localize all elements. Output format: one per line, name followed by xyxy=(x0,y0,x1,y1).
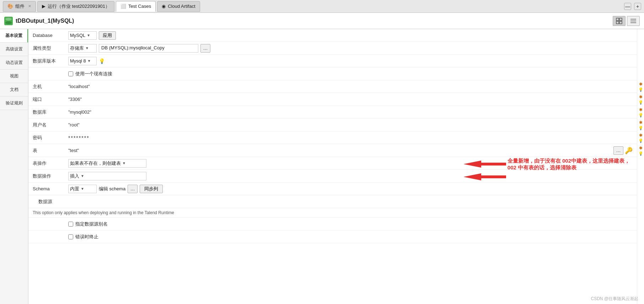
port-bulb-icon: 💡 xyxy=(638,100,643,105)
sidebar-item-validation[interactable]: 验证规则 xyxy=(0,97,28,110)
data-op-label: 数据操作 xyxy=(33,173,68,179)
credit-text: CSDN @往事随风云渐起 xyxy=(591,296,638,302)
db-version-arrow: ▼ xyxy=(87,59,91,63)
component-db-icon xyxy=(4,17,13,25)
use-existing-checkbox[interactable] xyxy=(68,71,73,76)
tab-run[interactable]: ▶ 运行（作业 test2022091901） xyxy=(37,1,114,12)
title-bar-buttons xyxy=(613,16,640,26)
table-op-select-text: 如果表不存在，则创建表 xyxy=(70,160,121,167)
sidebar-item-basic[interactable]: 基本设置 xyxy=(0,29,28,43)
password-value: ******** xyxy=(68,135,633,141)
schema-type-arrow: ▼ xyxy=(81,187,84,191)
schema-type-text: 内置 xyxy=(70,186,79,192)
run-icon: ▶ xyxy=(42,4,45,9)
close-icon[interactable]: ✕ xyxy=(28,4,31,9)
maximize-button[interactable]: + xyxy=(634,3,641,10)
datasource-alias-label: 指定数据源别名 xyxy=(75,221,108,227)
indicator-db-version xyxy=(637,55,644,67)
minimize-button[interactable]: — xyxy=(624,3,631,10)
host-text: "localhost" xyxy=(68,84,90,89)
grid-view-button[interactable] xyxy=(613,16,626,26)
right-panel: Database MySQL ▼ 应用 属性类型 存储库 xyxy=(28,29,644,304)
indicators-column: ✱ 💡 ✱ 💡 ✱ 💡 ✱ 💡 xyxy=(637,29,644,304)
table-browse-button[interactable]: … xyxy=(613,146,623,155)
attr-type-select[interactable]: 存储库 ▼ xyxy=(68,44,97,53)
content-area: 基本设置 高级设置 动态设置 视图 文档 验证规则 Datab xyxy=(0,29,644,304)
sidebar-item-docs[interactable]: 文档 xyxy=(0,83,28,97)
password-label: 密码 xyxy=(33,135,68,141)
datasource-indent: 数据源 xyxy=(33,199,68,205)
datasource-alias-value: 指定数据源别名 xyxy=(68,221,633,227)
sidebar-item-dynamic[interactable]: 动态设置 xyxy=(0,56,28,70)
host-bulb-icon: 💡 xyxy=(638,87,643,92)
table-text: "test" xyxy=(68,148,79,153)
info-text-row: This option only applies when deploying … xyxy=(28,208,637,218)
datasource-row: 数据源 xyxy=(28,195,637,208)
indicator-attr-type xyxy=(637,42,644,55)
username-bulb-icon: 💡 xyxy=(638,126,643,130)
datasource-alias-checkbox[interactable] xyxy=(68,222,73,227)
database-select-text: MySQL xyxy=(70,33,85,38)
db-version-select[interactable]: Mysql 8 ▼ xyxy=(68,57,97,65)
use-existing-row: 使用一个现有连接 xyxy=(28,67,637,80)
table-op-row: 表操作 如果表不存在，则创建表 ▼ xyxy=(28,157,637,170)
sidebar-item-advanced[interactable]: 高级设置 xyxy=(0,43,28,56)
database-name-label: 数据库 xyxy=(33,109,68,115)
port-text: "3306" xyxy=(68,97,82,102)
data-op-row: 数据操作 插入 ▼ xyxy=(28,170,637,183)
table-value: "test" xyxy=(68,148,613,153)
error-stop-row: 错误时终止 xyxy=(28,230,637,243)
db-version-row: 数据库版本 Mysql 8 ▼ 💡 xyxy=(28,55,637,67)
sidebar-item-view[interactable]: 视图 xyxy=(0,70,28,83)
tab-zujian-label: 组件 xyxy=(15,3,25,10)
tab-run-label: 运行（作业 test2022091901） xyxy=(48,3,110,10)
svg-rect-5 xyxy=(619,18,622,21)
attr-type-row: 属性类型 存储库 ▼ DB (MYSQL):mysqllocal_Copy … xyxy=(28,42,637,55)
database-name-value: "mysql002" xyxy=(68,109,633,115)
datasource-label: 数据源 xyxy=(38,199,52,204)
use-existing-value: 使用一个现有连接 xyxy=(68,71,633,77)
table-op-select[interactable]: 如果表不存在，则创建表 ▼ xyxy=(68,159,146,168)
password-required-star: ✱ xyxy=(639,133,643,138)
tab-testcases[interactable]: ⬜ Test Cases xyxy=(116,1,156,12)
db-connection-browse-button[interactable]: … xyxy=(200,44,210,53)
db-version-bulb-icon: 💡 xyxy=(99,58,105,64)
indicator-database-name: ✱ 💡 xyxy=(637,106,644,119)
table-row: 表 "test" … 🔑 xyxy=(28,144,637,157)
data-op-select[interactable]: 插入 ▼ xyxy=(68,172,146,180)
table-op-arrow: ▼ xyxy=(122,161,126,165)
schema-sync-button[interactable]: 同步列 xyxy=(140,185,163,193)
db-version-select-text: Mysql 8 xyxy=(70,58,86,64)
db-version-label: 数据库版本 xyxy=(33,58,68,64)
schema-value: 内置 ▼ 编辑 schema … 同步列 xyxy=(68,185,633,193)
main-layout: tDBOutput_1(MySQL) 基本设置 高级设置 动态设置 视图 xyxy=(0,13,644,304)
host-required-star: ✱ xyxy=(639,82,643,87)
table-op-value: 如果表不存在，则创建表 ▼ xyxy=(68,159,633,168)
port-label: 端口 xyxy=(33,96,68,103)
tab-cloudartifact[interactable]: ◉ Cloud Artifact xyxy=(157,1,200,12)
username-row: 用户名 "root" xyxy=(28,119,637,131)
port-required-star: ✱ xyxy=(639,94,643,99)
db-version-value: Mysql 8 ▼ 💡 xyxy=(68,57,633,65)
list-view-button[interactable] xyxy=(627,16,640,26)
component-title: tDBOutput_1(MySQL) xyxy=(4,17,74,25)
component-title-text: tDBOutput_1(MySQL) xyxy=(16,18,74,24)
schema-type-select[interactable]: 内置 ▼ xyxy=(68,185,97,193)
apply-button[interactable]: 应用 xyxy=(99,31,116,40)
username-required-star: ✱ xyxy=(639,120,643,125)
info-text: This option only applies when deploying … xyxy=(33,210,174,215)
schema-edit-label: 编辑 schema xyxy=(99,186,125,192)
cloudartifact-icon: ◉ xyxy=(162,4,166,9)
database-select[interactable]: MySQL ▼ xyxy=(68,31,97,40)
indicator-table: ✱ 💡 xyxy=(637,144,644,157)
indicator-password: ✱ 💡 xyxy=(637,131,644,144)
port-row: 端口 "3306" xyxy=(28,93,637,106)
schema-browse-button[interactable]: … xyxy=(128,185,138,193)
indicator-use-existing xyxy=(637,67,644,80)
tab-cloudartifact-label: Cloud Artifact xyxy=(168,4,195,9)
host-row: 主机 "localhost" xyxy=(28,80,637,93)
error-stop-checkbox[interactable] xyxy=(68,234,73,239)
port-value: "3306" xyxy=(68,97,633,102)
error-stop-value: 错误时终止 xyxy=(68,234,633,240)
tab-zujian[interactable]: 🎨 组件 ✕ xyxy=(3,1,36,12)
